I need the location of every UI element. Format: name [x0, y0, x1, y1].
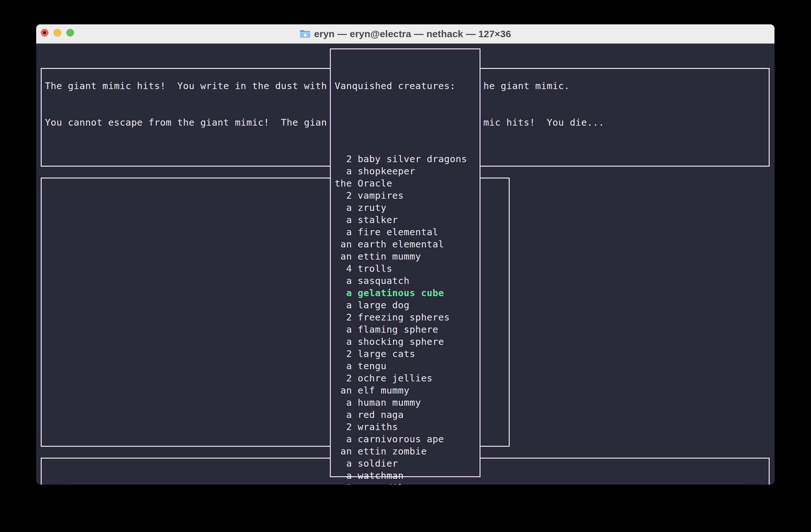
menu-item: a shopkeeper	[335, 165, 478, 177]
menu-item: 4 trolls	[335, 263, 478, 275]
menu-item: a soldier	[335, 457, 478, 470]
menu-item-list: 2 baby silver dragons a shopkeeperthe Or…	[335, 153, 478, 485]
menu-item: a fire elemental	[335, 226, 478, 238]
message-lines-left: The giant mimic hits! You write in the d…	[45, 56, 330, 153]
close-button[interactable]	[41, 29, 48, 36]
menu-item: a watchman	[335, 470, 478, 482]
menu-item: a large dog	[335, 299, 478, 311]
message-line: You cannot escape from the giant mimic! …	[45, 116, 330, 128]
menu-item: a red naga	[335, 409, 478, 421]
terminal-screen[interactable]: The giant mimic hits! You write in the d…	[36, 44, 775, 485]
menu-spacer	[335, 116, 478, 128]
menu-item: an elf mummy	[335, 384, 478, 396]
minimize-button[interactable]	[53, 29, 61, 36]
folder-icon	[300, 30, 311, 38]
menu-item: 3 crocodiles	[335, 482, 478, 485]
menu-item: 2 wraiths	[335, 421, 478, 433]
menu-item: an ettin mummy	[335, 250, 478, 263]
vanquished-menu: Vanquished creatures: 2 baby silver drag…	[330, 48, 480, 477]
menu-item: a zruty	[335, 202, 478, 214]
menu-item: a sasquatch	[335, 275, 478, 287]
message-lines-right: he giant mimic. mic hits! You die...	[484, 56, 765, 153]
message-line: he giant mimic.	[484, 80, 765, 92]
menu-item: a stalker	[335, 214, 478, 226]
message-line: mic hits! You die...	[484, 116, 765, 128]
menu-item: an ettin zombie	[335, 445, 478, 457]
menu-item: 2 vampires	[335, 189, 478, 202]
zoom-button[interactable]	[66, 29, 74, 36]
menu-item: a shocking sphere	[335, 335, 478, 348]
menu-item: 2 ochre jellies	[335, 372, 478, 384]
terminal-window: eryn — eryn@electra — nethack — 127×36 T…	[36, 25, 775, 485]
menu-item: a flaming sphere	[335, 323, 478, 335]
window-titlebar[interactable]: eryn — eryn@electra — nethack — 127×36	[36, 25, 775, 44]
menu-item: 2 baby silver dragons	[335, 153, 478, 165]
window-title: eryn — eryn@electra — nethack — 127×36	[314, 29, 511, 40]
menu-title: Vanquished creatures:	[335, 80, 478, 92]
menu-item: a gelatinous cube	[335, 287, 478, 299]
menu-item: 2 large cats	[335, 348, 478, 360]
vanquished-menu-content: Vanquished creatures: 2 baby silver drag…	[335, 56, 478, 485]
menu-item: the Oracle	[335, 177, 478, 189]
menu-item: a tengu	[335, 360, 478, 372]
menu-item: a human mummy	[335, 396, 478, 409]
traffic-lights	[41, 29, 74, 36]
message-line: The giant mimic hits! You write in the d…	[45, 80, 330, 92]
menu-item: a carnivorous ape	[335, 433, 478, 445]
desktop-background: eryn — eryn@electra — nethack — 127×36 T…	[0, 0, 811, 532]
menu-item: an earth elemental	[335, 238, 478, 250]
menu-item: 2 freezing spheres	[335, 311, 478, 323]
